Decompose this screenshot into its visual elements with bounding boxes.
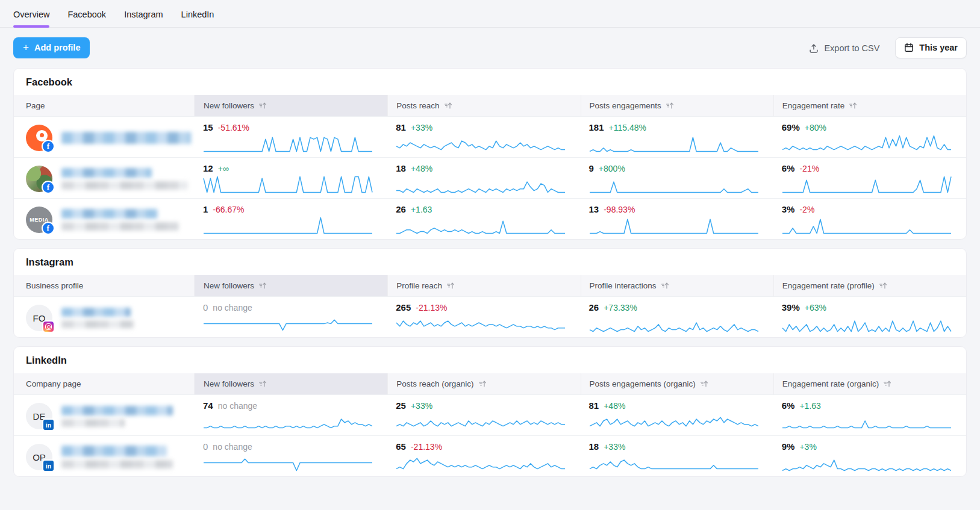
column-header-engagement-rate-organic[interactable]: Engagement rate (organic) [773,373,966,394]
trend-sparkline [203,452,379,473]
metric-delta: +800% [599,164,625,173]
date-range-button[interactable]: This year [895,37,967,58]
redacted-profile-name [61,209,158,219]
tab-linkedin[interactable]: LinkedIn [181,1,214,27]
metric-cell[interactable]: 25 +33% [387,395,580,435]
metric-cell[interactable]: 9% +3% [773,436,966,476]
metric-cell[interactable]: 39% +63% [773,297,966,337]
metric-value: 1 [203,204,208,214]
column-header-engagement-rate-profile[interactable]: Engagement rate (profile) [773,275,966,296]
add-profile-label: Add profile [34,43,81,52]
trend-sparkline [589,215,765,235]
column-header-new-followers[interactable]: New followers [195,373,387,394]
sort-ascending-icon [478,380,487,388]
table-row: OP in 0 no change 65 -21.13% [14,435,966,476]
column-header-new-followers[interactable]: New followers [195,95,387,116]
sort-ascending-icon [444,102,452,110]
metric-cell[interactable]: 181 +115.48% [581,117,773,157]
add-profile-button[interactable]: + Add profile [13,37,90,58]
section-title-instagram: Instagram [14,249,966,275]
redacted-profile-name [61,168,152,178]
tab-bar: OverviewFacebookInstagramLinkedIn [0,1,980,28]
metric-cell[interactable]: 9 +800% [581,158,773,198]
metric-cell[interactable]: 74 no change [195,395,387,435]
metric-delta: +48% [411,164,432,173]
metric-cell[interactable]: 1 -66.67% [195,199,387,239]
profile-cell[interactable]: MEDIA f [14,199,195,239]
metric-value: 6% [782,163,795,173]
column-header-posts-engagements[interactable]: Posts engagements [581,95,773,116]
metric-value: 26 [589,302,599,313]
metric-cell[interactable]: 26 +73.33% [581,297,773,337]
metric-cell[interactable]: 15 -51.61% [195,117,387,157]
table-row: MEDIA f 1 -66.67% 26 +1.63 [14,198,966,239]
trend-sparkline [396,133,572,154]
metric-cell[interactable]: 65 -21.13% [387,436,580,476]
column-header-entity: Business profile [14,275,195,296]
profile-cell[interactable]: FO [14,297,195,337]
metric-delta: -21% [799,164,819,173]
redacted-profile-name [61,308,131,317]
metric-cell[interactable]: 12 +∞ [195,158,387,198]
metric-delta: +33% [411,401,432,411]
section-facebook: Facebook Page New followers Posts reach … [13,68,967,240]
column-header-posts-reach-organic[interactable]: Posts reach (organic) [387,373,580,394]
profile-avatar: FO [26,305,52,331]
metric-cell[interactable]: 3% -2% [773,199,966,239]
metric-cell[interactable]: 13 -98.93% [581,199,773,239]
column-header-engagement-rate[interactable]: Engagement rate [773,95,966,116]
redacted-profile-name [61,406,173,415]
column-header-posts-engagements-organic[interactable]: Posts engagements (organic) [581,373,773,394]
metric-cell[interactable]: 265 -21.13% [387,297,580,337]
sections-container: Facebook Page New followers Posts reach … [0,68,980,477]
column-header-profile-interactions[interactable]: Profile interactions [581,275,773,296]
metric-delta: -21.13% [416,303,447,313]
export-csv-button[interactable]: Export to CSV [809,43,879,53]
metric-cell[interactable]: 18 +48% [387,158,580,198]
profile-name-block [61,446,173,468]
trend-sparkline [396,452,572,473]
metric-cell[interactable]: 81 +33% [387,117,580,157]
column-header-posts-reach[interactable]: Posts reach [387,95,580,116]
profile-cell[interactable]: f [14,117,195,157]
sort-ascending-icon [258,380,267,388]
tab-facebook[interactable]: Facebook [67,1,106,27]
facebook-badge-icon: f [42,181,55,194]
trend-sparkline [589,452,765,473]
sort-ascending-icon [446,282,455,290]
column-header-profile-reach[interactable]: Profile reach [387,275,580,296]
metric-value: 81 [396,122,406,132]
linkedin-badge-icon: in [42,418,55,431]
profile-cell[interactable]: f [14,158,195,198]
tab-instagram[interactable]: Instagram [124,1,163,27]
instagram-badge-icon [42,320,55,333]
metric-cell[interactable]: 81 +48% [581,395,773,435]
linkedin-badge-icon: in [42,459,55,472]
metric-cell[interactable]: 6% -21% [773,158,966,198]
profile-cell[interactable]: OP in [14,436,195,476]
tab-overview[interactable]: Overview [13,1,49,27]
metric-value: 265 [396,302,411,313]
metric-cell[interactable]: 26 +1.63 [387,199,580,239]
section-instagram: Instagram Business profile New followers… [13,248,967,338]
metric-cell[interactable]: 69% +80% [773,117,966,157]
profile-avatar: f [26,166,52,192]
trend-sparkline [782,411,958,432]
metric-cell[interactable]: 18 +33% [581,436,773,476]
metric-cell[interactable]: 0 no change [195,297,387,337]
metric-delta: -2% [799,205,814,214]
metric-delta: +1.63 [799,401,820,411]
column-header-new-followers[interactable]: New followers [195,275,387,296]
plus-icon: + [23,44,29,51]
metric-delta: +1.63 [411,205,432,214]
metric-value: 9% [782,441,795,452]
trend-sparkline [396,411,572,432]
metric-cell[interactable]: 0 no change [195,436,387,476]
metric-delta: +115.48% [609,123,646,132]
metric-value: 74 [203,400,213,411]
profile-cell[interactable]: DE in [14,395,195,435]
metric-cell[interactable]: 6% +1.63 [773,395,966,435]
metric-value: 26 [396,204,406,214]
redacted-profile-name [61,460,173,468]
profile-name-block [61,406,173,427]
